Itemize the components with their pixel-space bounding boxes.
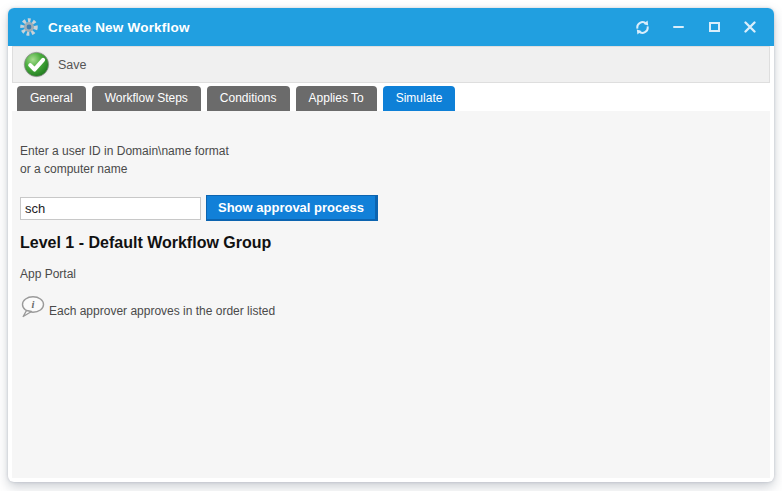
instruction-line-2: or a computer name <box>20 160 760 178</box>
window-title: Create New Workflow <box>48 20 190 35</box>
green-check-circle-icon <box>22 50 51 79</box>
tab-conditions[interactable]: Conditions <box>207 86 290 111</box>
gear-icon <box>19 17 39 37</box>
show-approval-process-button[interactable]: Show approval process <box>206 195 378 221</box>
tab-applies-to[interactable]: Applies To <box>296 86 377 111</box>
save-button-label: Save <box>58 58 87 72</box>
window-controls <box>634 19 758 35</box>
tab-general[interactable]: General <box>17 86 86 111</box>
minimize-icon[interactable] <box>670 19 686 35</box>
note-text: Each approver approves in the order list… <box>49 304 275 318</box>
user-id-input[interactable] <box>20 197 201 220</box>
svg-text:i: i <box>32 299 35 310</box>
maximize-icon[interactable] <box>706 19 722 35</box>
simulate-tab-content: Enter a user ID in Domain\name format or… <box>12 111 770 478</box>
instructions: Enter a user ID in Domain\name format or… <box>20 142 760 178</box>
close-icon[interactable] <box>742 19 758 35</box>
level-heading: Level 1 - Default Workflow Group <box>20 234 760 252</box>
tab-workflow-steps[interactable]: Workflow Steps <box>92 86 201 111</box>
titlebar: Create New Workflow <box>8 8 774 46</box>
save-button[interactable]: Save <box>22 50 87 79</box>
toolbar: Save <box>12 46 770 83</box>
note-row: i Each approver approves in the order li… <box>20 295 760 319</box>
group-member-label: App Portal <box>20 267 760 281</box>
tab-bar: General Workflow Steps Conditions Applie… <box>17 86 770 111</box>
instruction-line-1: Enter a user ID in Domain\name format <box>20 142 760 160</box>
speech-bubble-info-icon: i <box>20 295 47 319</box>
simulate-input-row: Show approval process <box>20 195 760 221</box>
window-body: Save General Workflow Steps Conditions A… <box>12 46 770 478</box>
tab-simulate[interactable]: Simulate <box>383 86 456 111</box>
create-new-workflow-window: Create New Workflow <box>8 8 774 482</box>
refresh-icon[interactable] <box>634 19 650 35</box>
